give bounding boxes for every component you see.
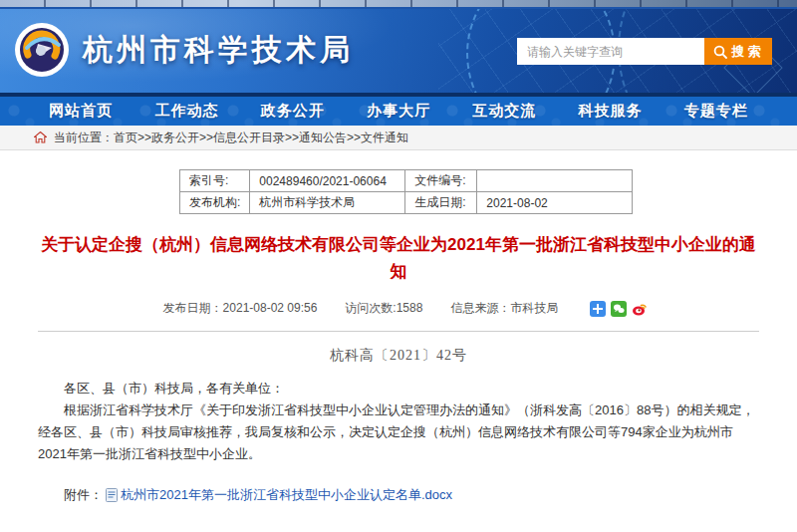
share-weibo-icon[interactable] (632, 301, 648, 317)
nav-item-gov-affairs[interactable]: 政务公开 (240, 97, 346, 126)
page: 杭州市科学技术局 搜索 网站首页 工作动态 政务公开 办事大厅 互动交流 科技服… (0, 0, 797, 532)
visit-count: 访问次数:1588 (345, 300, 422, 317)
share-buttons (590, 301, 648, 317)
attachment-label: 附件： (64, 486, 103, 504)
info-source: 信息来源：市科技局 (450, 300, 558, 317)
table-row: 发布机构: 杭州市科学技术局 生成日期: 2021-08-02 (180, 192, 633, 214)
home-icon (34, 132, 47, 143)
breadcrumb-item-home[interactable]: 首页 (114, 130, 137, 146)
nav-item-interaction[interactable]: 互动交流 (451, 97, 557, 126)
table-row: 索引号: 002489460/2021-06064 文件编号: (180, 170, 633, 192)
search-button[interactable]: 搜索 (704, 38, 772, 65)
article-meta: 发布日期：2021-08-02 09:56 访问次数:1588 信息来源：市科技… (38, 300, 759, 317)
salutation-paragraph: 各区、县（市）科技局，各有关单位： (38, 378, 759, 399)
body-paragraph: 根据浙江省科学技术厅《关于印发浙江省科技型中小企业认定管理办法的通知》（浙科发高… (38, 399, 759, 465)
doc-info-table: 索引号: 002489460/2021-06064 文件编号: 发布机构: 杭州… (179, 169, 633, 214)
site-header: 杭州市科学技术局 搜索 (0, 9, 797, 93)
breadcrumb-item-gov-affairs[interactable]: 政务公开 (151, 130, 199, 146)
top-decor-strip (0, 0, 797, 9)
site-brand[interactable]: 杭州市科学技术局 (14, 22, 354, 78)
index-number-value: 002489460/2021-06064 (250, 170, 405, 192)
breadcrumb: 当前位置： 首页 >> 政务公开 >> 信息公开目录 >> 通知公告 >> 文件… (0, 126, 797, 150)
article-content: 索引号: 002489460/2021-06064 文件编号: 发布机构: 杭州… (0, 169, 797, 532)
share-more-icon[interactable] (590, 301, 606, 317)
breadcrumb-separator: >> (285, 131, 299, 144)
breadcrumb-separator: >> (137, 131, 151, 144)
search-icon (713, 45, 727, 59)
breadcrumb-separator: >> (347, 131, 361, 144)
breadcrumb-separator: >> (199, 131, 213, 144)
publish-date: 发布日期：2021-08-02 09:56 (163, 300, 318, 317)
article-body: 各区、县（市）科技局，各有关单位： 根据浙江省科学技术厅《关于印发浙江省科技型中… (38, 378, 759, 465)
breadcrumb-item-notices[interactable]: 通知公告 (299, 130, 347, 146)
attachment-row: 附件： 杭州市2021年第一批浙江省科技型中小企业认定名单.docx (38, 486, 759, 504)
site-title: 杭州市科学技术局 (83, 30, 354, 71)
publisher-label: 发布机构: (180, 192, 250, 214)
share-wechat-icon[interactable] (611, 301, 627, 317)
nav-item-work-news[interactable]: 工作动态 (133, 97, 239, 126)
publisher-value: 杭州市科学技术局 (250, 192, 405, 214)
generate-date-label: 生成日期: (405, 192, 477, 214)
search-input[interactable] (517, 38, 704, 65)
doc-number: 杭科高〔2021〕42号 (38, 347, 759, 365)
nav-item-tech-services[interactable]: 科技服务 (557, 97, 663, 126)
attachment-link[interactable]: 杭州市2021年第一批浙江省科技型中小企业认定名单.docx (121, 486, 452, 504)
file-number-label: 文件编号: (405, 170, 477, 192)
content-divider (38, 331, 759, 332)
search-bar: 搜索 (517, 38, 772, 65)
breadcrumb-item-info-directory[interactable]: 信息公开目录 (213, 130, 285, 146)
search-button-label: 搜索 (732, 43, 764, 61)
article-title: 关于认定企搜（杭州）信息网络技术有限公司等企业为2021年第一批浙江省科技型中小… (38, 231, 759, 285)
bureau-logo-icon (14, 22, 70, 78)
file-number-value (477, 170, 633, 192)
generate-date-value: 2021-08-02 (477, 192, 633, 214)
breadcrumb-prefix: 当前位置： (54, 130, 114, 146)
nav-item-service-hall[interactable]: 办事大厅 (346, 97, 451, 126)
index-number-label: 索引号: (180, 170, 250, 192)
attachment-doc-icon (106, 488, 118, 502)
breadcrumb-item-file-notice[interactable]: 文件通知 (361, 130, 408, 146)
main-nav: 网站首页 工作动态 政务公开 办事大厅 互动交流 科技服务 专题专栏 (0, 93, 797, 126)
nav-item-home[interactable]: 网站首页 (28, 97, 133, 126)
nav-item-special-topics[interactable]: 专题专栏 (664, 97, 769, 126)
